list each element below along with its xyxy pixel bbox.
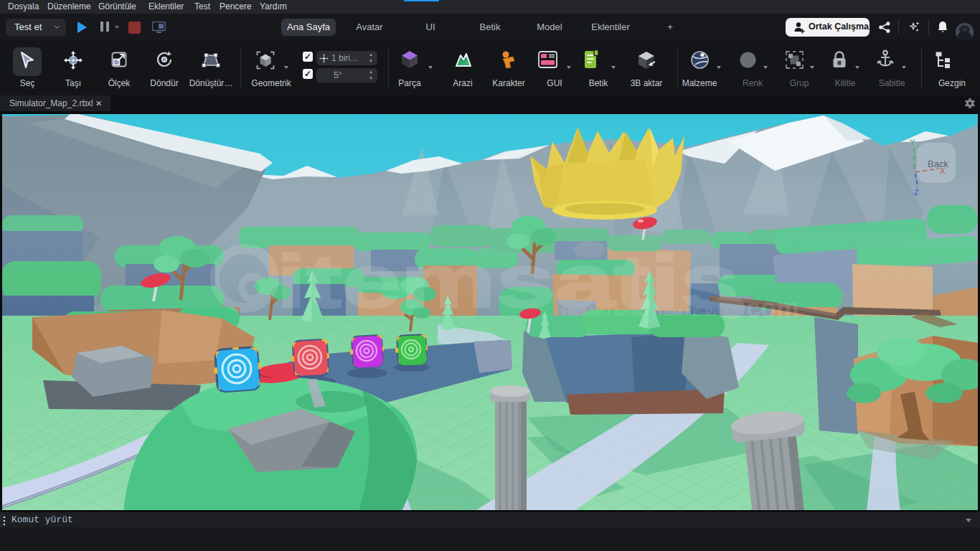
svg-text:com: com: [746, 293, 799, 323]
svg-text:Back: Back: [928, 159, 948, 169]
svg-text:Y: Y: [910, 138, 915, 146]
svg-text:X: X: [940, 166, 946, 175]
svg-text:Z: Z: [914, 188, 919, 197]
svg-text:HESAP / SKIN / ITEM / E-PIN: HESAP / SKIN / ITEM / E-PIN: [562, 306, 725, 318]
